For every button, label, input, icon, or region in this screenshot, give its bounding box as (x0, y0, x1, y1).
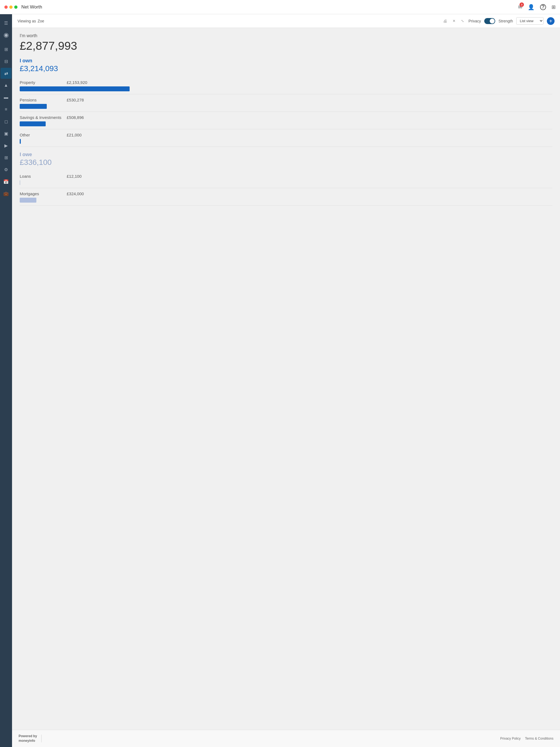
savings-value: £508,896 (67, 115, 84, 120)
privacy-label: Privacy (468, 19, 481, 23)
mortgages-bar (20, 198, 184, 203)
other-bar (20, 139, 184, 144)
pensions-bar (20, 104, 184, 109)
property-label: Property (20, 80, 63, 85)
pensions-value: £530,278 (67, 98, 84, 102)
sidebar-item-networth[interactable]: ⇄ (1, 68, 11, 79)
close-dot[interactable] (4, 5, 8, 9)
arrow-up-icon: ▲ (4, 83, 8, 88)
document-icon: ▣ (4, 131, 8, 136)
strength-label: Strength (499, 19, 513, 23)
title-bar: Net Worth ✉ 3 👤 ? ⊞ (0, 0, 560, 14)
owe-total: £336,100 (20, 158, 552, 167)
menu-icon: ☰ (4, 21, 8, 26)
schedule-icon: 📅 (3, 179, 9, 184)
property-bar (20, 86, 184, 91)
own-total: £3,214,093 (20, 64, 552, 73)
other-label: Other (20, 133, 63, 137)
mortgages-value: £324,000 (67, 191, 84, 196)
sidebar-item-briefcase[interactable]: 💼 (1, 188, 11, 199)
own-header: I own (20, 58, 552, 64)
print-icon[interactable]: 🖨 (442, 18, 448, 24)
privacy-policy-link[interactable]: Privacy Policy (500, 737, 520, 741)
envelope-icon: ◻ (4, 119, 8, 124)
mail-icon-wrapper[interactable]: ✉ 3 (518, 4, 522, 10)
other-bar-fill (20, 139, 21, 144)
savings-bar-fill (20, 121, 46, 126)
view-select[interactable]: List view Chart view (516, 17, 543, 25)
pensions-label: Pensions (20, 98, 63, 102)
privacy-toggle[interactable] (484, 18, 495, 24)
help-icon-wrapper[interactable]: ? (540, 4, 546, 10)
brand-name: moneyinfo (19, 739, 35, 743)
net-worth-value: £2,877,993 (20, 40, 552, 52)
user-icon: 👤 (528, 4, 535, 10)
footer-brand: Powered by moneyinfo (19, 734, 37, 743)
tool-icon: ⚙ (4, 167, 8, 172)
powered-by-label: Powered by (19, 734, 37, 738)
viewing-as-name: Zoe (37, 19, 44, 23)
property-value: £2,153,920 (67, 80, 87, 85)
chart2-icon: ≡ (5, 107, 7, 112)
user-icon-wrapper[interactable]: 👤 (528, 4, 535, 10)
sidebar-item-menu[interactable]: ☰ (1, 18, 11, 28)
loans-bar-fill (20, 180, 20, 185)
expand-icon[interactable]: ✕ (452, 18, 457, 24)
content-area: Viewing as Zoe 🖨 ✕ ⤡ Privacy Strength Li… (12, 14, 560, 747)
logout-icon-wrapper[interactable]: ⊞ (552, 4, 556, 10)
page-title: Net Worth (21, 4, 518, 10)
sidebar-item-video[interactable]: ▶ (1, 140, 11, 151)
sidebar-item-chart-bar[interactable]: ▬ (1, 92, 11, 103)
bank-icon: ⊟ (4, 59, 8, 64)
property-bar-fill (20, 86, 130, 91)
main-content: I'm worth £2,877,993 I own £3,214,093 Pr… (12, 28, 560, 730)
i-owe-section: I owe £336,100 Loans £12,100 (20, 152, 552, 206)
window-controls (4, 5, 18, 9)
viewing-as: Viewing as Zoe (18, 19, 44, 23)
sidebar-item-arrow[interactable]: ▲ (1, 80, 11, 91)
toolbar: Viewing as Zoe 🖨 ✕ ⤡ Privacy Strength Li… (12, 14, 560, 28)
savings-item[interactable]: Savings & Investments £508,896 (20, 112, 552, 129)
add-button[interactable]: + (547, 17, 555, 25)
footer: Powered by moneyinfo Privacy Policy Term… (12, 730, 560, 747)
briefcase-icon: 💼 (3, 191, 9, 196)
terms-link[interactable]: Terms & Conditions (525, 737, 554, 741)
other-item[interactable]: Other £21,000 (20, 129, 552, 147)
loans-label: Loans (20, 174, 63, 179)
owe-header: I owe (20, 152, 552, 157)
mortgages-item[interactable]: Mortgages £324,000 (20, 188, 552, 206)
loans-item[interactable]: Loans £12,100 (20, 171, 552, 188)
savings-label: Savings & Investments (20, 115, 63, 120)
user-circle-icon: ◉ (4, 31, 9, 38)
video-icon: ▶ (4, 143, 8, 148)
loans-bar (20, 180, 184, 185)
sidebar-item-tool[interactable]: ⚙ (1, 164, 11, 175)
pensions-item[interactable]: Pensions £530,278 (20, 94, 552, 112)
sidebar-item-dashboard[interactable]: ⊞ (1, 44, 11, 55)
sidebar-item-envelope[interactable]: ◻ (1, 116, 11, 127)
fullscreen-icon[interactable]: ⤡ (460, 18, 465, 24)
sidebar: ☰ ◉ ⊞ ⊟ ⇄ ▲ ▬ ≡ ◻ ▣ ▶ ⊞ (0, 14, 12, 747)
pensions-bar-fill (20, 104, 47, 109)
im-worth-label: I'm worth (20, 33, 552, 38)
logout-icon: ⊞ (552, 4, 556, 10)
footer-links: Privacy Policy Terms & Conditions (500, 737, 554, 741)
sidebar-item-calendar[interactable]: ⊞ (1, 152, 11, 163)
mortgages-label: Mortgages (20, 191, 63, 196)
sidebar-item-schedule[interactable]: 📅 (1, 176, 11, 187)
viewing-as-label: Viewing as (18, 19, 36, 23)
dashboard-icon: ⊞ (4, 47, 8, 52)
sidebar-item-bank[interactable]: ⊟ (1, 56, 11, 67)
sidebar-item-user[interactable]: ◉ (1, 29, 11, 41)
mail-badge: 3 (519, 2, 524, 7)
minimize-dot[interactable] (9, 5, 12, 9)
net-worth-section: I'm worth £2,877,993 I own £3,214,093 Pr… (20, 33, 552, 206)
savings-bar (20, 121, 184, 126)
property-item[interactable]: Property £2,153,920 (20, 77, 552, 94)
maximize-dot[interactable] (14, 5, 18, 9)
app-layout: ☰ ◉ ⊞ ⊟ ⇄ ▲ ▬ ≡ ◻ ▣ ▶ ⊞ (0, 14, 560, 747)
loans-value: £12,100 (67, 174, 81, 179)
sidebar-item-chart2[interactable]: ≡ (1, 104, 11, 115)
sidebar-item-document[interactable]: ▣ (1, 128, 11, 139)
mortgages-bar-fill (20, 198, 36, 203)
